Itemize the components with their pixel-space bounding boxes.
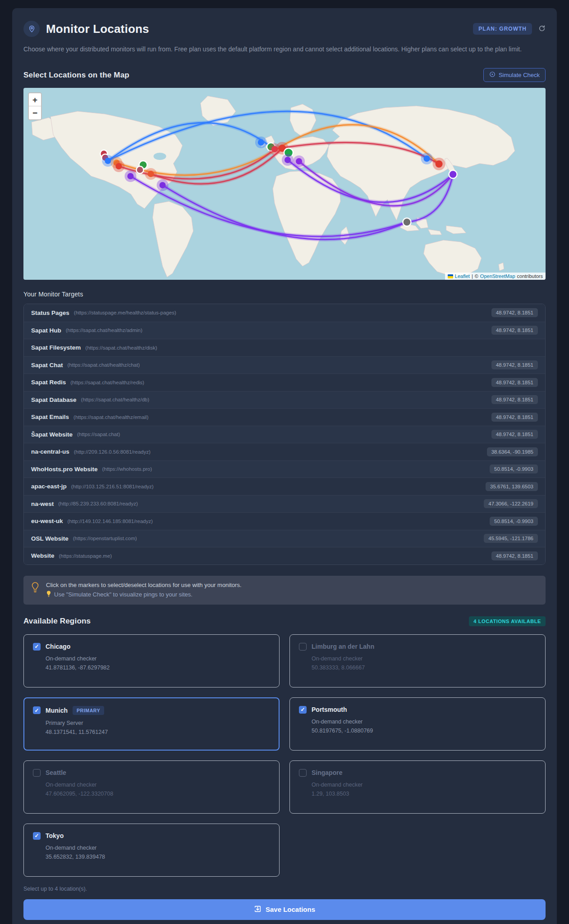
target-name: Sapat Database: [31, 396, 77, 403]
region-checkbox[interactable]: [299, 769, 307, 777]
target-name: na-west: [31, 501, 54, 507]
target-coordinates-badge: 50.8514, -0.9903: [490, 464, 538, 473]
target-coordinates-badge: 48.9742, 8.1851: [491, 360, 538, 369]
copyright-symbol: ©: [475, 273, 478, 279]
refresh-button[interactable]: [538, 25, 546, 33]
region-type: On-demand checker: [46, 655, 270, 662]
marker-tokyo-purple[interactable]: [449, 170, 457, 178]
simulate-check-label: Simulate Check: [499, 72, 540, 78]
refresh-icon: [538, 25, 546, 33]
marker-us-red[interactable]: [115, 163, 122, 169]
table-row: Sapat Emails (https://sapat.chat/healthz…: [24, 408, 545, 426]
save-locations-button[interactable]: Save Locations: [23, 899, 546, 920]
region-coordinates: 50.383333, 8.066667: [312, 665, 536, 671]
target-url: (http://149.102.146.185:8081/readyz): [68, 519, 153, 524]
locations-available-badge: 4 LOCATIONS AVAILABLE: [469, 616, 546, 626]
region-name: Munich: [46, 707, 68, 714]
target-coordinates-badge: 48.9742, 8.1851: [491, 551, 538, 560]
page-description: Choose where your distributed monitors w…: [23, 44, 546, 55]
target-name: OSL Website: [31, 535, 69, 542]
region-card[interactable]: Seattle On-demand checker 47.6062095, -1…: [23, 760, 280, 814]
osm-link[interactable]: OpenStreetMap: [480, 273, 515, 279]
marker-asia-blue[interactable]: [424, 155, 430, 162]
marker-asia-red[interactable]: [436, 160, 443, 168]
target-url: (https://sapat.chat/healthz/email): [73, 414, 148, 420]
table-row: Šapat Website (https://sapat.chat) 48.97…: [24, 426, 545, 443]
region-type: On-demand checker: [312, 719, 536, 725]
region-name: Chicago: [46, 643, 70, 650]
target-coordinates-badge: 48.9742, 8.1851: [491, 395, 538, 404]
target-coordinates-badge: 50.8514, -0.9903: [490, 517, 538, 526]
table-row: Sapat Database (https://sapat.chat/healt…: [24, 391, 545, 409]
target-name: Website: [31, 552, 55, 559]
target-coordinates-badge: 38.6364, -90.1985: [487, 447, 538, 456]
plan-badge: PLAN: GROWTH: [473, 23, 532, 35]
marker-us-orange-2[interactable]: [147, 171, 154, 177]
target-name: na-central-us: [31, 448, 69, 455]
marker-us-maroon[interactable]: [136, 166, 143, 173]
target-name: Sapat Emails: [31, 414, 69, 420]
zoom-in-button[interactable]: +: [29, 93, 41, 106]
world-map[interactable]: + − Leaflet | © OpenStreetMap contributo…: [23, 88, 546, 280]
region-checkbox[interactable]: [33, 832, 41, 840]
monitor-locations-panel: Monitor Locations PLAN: GROWTH Choose wh…: [12, 8, 557, 924]
table-row: WhoHosts.pro Website (https://whohosts.p…: [24, 460, 545, 478]
target-coordinates-badge: 48.9742, 8.1851: [491, 413, 538, 422]
map-zoom-control: + −: [28, 92, 42, 120]
ukraine-flag-icon: [448, 274, 453, 278]
marker-atlantic-blue[interactable]: [258, 139, 264, 146]
target-url: (http://85.239.233.60:8081/readyz): [58, 501, 138, 506]
lightbulb-icon: [31, 582, 40, 595]
tip-line-2: Use "Simulate Check" to visualize pings …: [54, 591, 193, 598]
header: Monitor Locations PLAN: GROWTH: [23, 21, 546, 37]
region-checkbox[interactable]: [33, 769, 41, 777]
target-url: (https://whohosts.pro): [102, 466, 152, 472]
marker-us-purple-2[interactable]: [160, 182, 166, 188]
target-url: (https://openstartuplist.com): [73, 536, 137, 541]
region-coordinates: 48.1371541, 11.5761247: [46, 729, 270, 735]
region-cards-grid: Chicago On-demand checker 41.8781136, -8…: [23, 634, 546, 877]
map-attribution: Leaflet | © OpenStreetMap contributors: [445, 273, 546, 280]
table-row: Sapat Chat (https://sapat.chat/healthz/c…: [24, 356, 545, 374]
marker-singapore-gray[interactable]: [403, 218, 411, 226]
monitor-targets-list: Status Pages (https://statuspage.me/heal…: [23, 304, 546, 565]
bulb-emoji-icon: [46, 591, 51, 599]
contributors-label: contributors: [517, 273, 543, 279]
table-row: eu-west-uk (http://149.102.146.185:8081/…: [24, 512, 545, 530]
region-type: On-demand checker: [312, 655, 536, 662]
marker-seattle-blue[interactable]: [105, 158, 111, 164]
attribution-divider: |: [472, 273, 473, 279]
region-type: On-demand checker: [46, 845, 270, 851]
region-checkbox[interactable]: [33, 643, 41, 651]
region-type: On-demand checker: [312, 782, 536, 788]
target-coordinates-badge: 48.9742, 8.1851: [491, 378, 538, 387]
region-checkbox[interactable]: [33, 706, 41, 714]
targets-heading: Your Monitor Targets: [23, 291, 546, 298]
region-card[interactable]: Singapore On-demand checker 1.29, 103.85…: [289, 760, 546, 814]
region-card[interactable]: Chicago On-demand checker 41.8781136, -8…: [23, 634, 280, 687]
simulate-check-button[interactable]: Simulate Check: [483, 68, 546, 82]
region-card[interactable]: Tokyo On-demand checker 35.652832, 139.8…: [23, 824, 280, 877]
target-coordinates-badge: 47.3066, -122.2619: [484, 499, 538, 508]
marker-eu-purple-2[interactable]: [296, 158, 302, 164]
marker-eu-purple-1[interactable]: [284, 157, 291, 163]
region-checkbox[interactable]: [299, 706, 307, 714]
region-card[interactable]: Limburg an der Lahn On-demand checker 50…: [289, 634, 546, 687]
leaflet-link[interactable]: Leaflet: [455, 273, 470, 279]
region-card[interactable]: Munich PRIMARY Primary Server 48.1371541…: [23, 697, 280, 751]
tip-line-1: Click on the markers to select/deselect …: [46, 582, 242, 588]
page-title: Monitor Locations: [46, 22, 473, 36]
region-coordinates: 35.652832, 139.839478: [46, 854, 270, 860]
target-url: (https://sapat.chat/healthz/db): [81, 397, 150, 402]
tip-box: Click on the markers to select/deselect …: [23, 576, 546, 605]
region-coordinates: 47.6062095, -122.3320708: [46, 791, 270, 797]
primary-badge: PRIMARY: [73, 706, 104, 715]
table-row: na-west (http://85.239.233.60:8081/ready…: [24, 495, 545, 513]
play-circle-icon: [489, 71, 496, 79]
region-checkbox[interactable]: [299, 643, 307, 651]
marker-us-purple-1[interactable]: [127, 173, 133, 179]
target-name: Sapat Hub: [31, 327, 61, 334]
target-name: Šapat Website: [31, 431, 73, 438]
zoom-out-button[interactable]: −: [29, 106, 41, 119]
region-card[interactable]: Portsmouth On-demand checker 50.8197675,…: [289, 697, 546, 751]
